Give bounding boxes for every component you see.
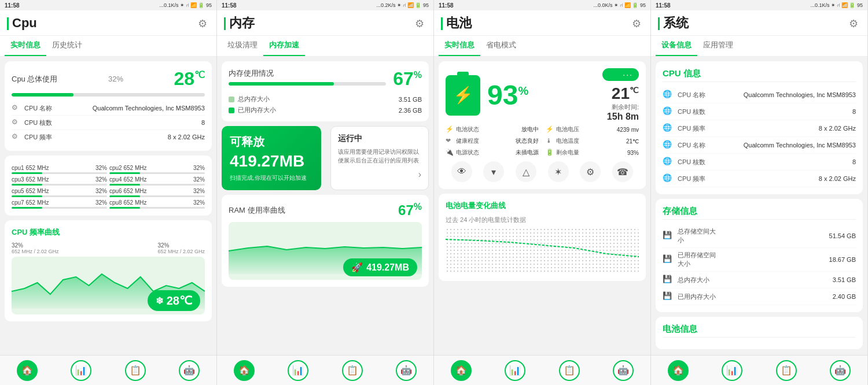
nav-list-1[interactable]: 📋 [125, 360, 146, 381]
batt-temp-item: 🌡 电池温度 21℃ [546, 137, 639, 145]
cpu-status-bar: 11:58 ...0.1K/s ✶ ⑁ 📶 🔋 95 [0, 0, 216, 10]
chart-label-left: 32% 652 MHz / 2.02 GHz [12, 242, 59, 254]
batt-settings-icon[interactable]: ⚙ [580, 161, 601, 182]
batt-status-item: ⚡ 电池状态 放电中 [446, 125, 539, 134]
sys-cpu-name-2-value: Qualcomm Technologies, Inc MSM8953 [718, 142, 856, 149]
sys-cpu-freq-1-value: 8 x 2.02 GHz [718, 125, 856, 132]
mem-usage-label: 内存使用情况 [229, 68, 386, 79]
mem-content: 内存使用情况 67% 总内存大小 3.51 GB 已用内存大小 2.36 GB [217, 57, 433, 355]
batt-status-label: 电池状态 [456, 125, 519, 134]
sys-total-storage: 💾 总存储空间大小 51.54 GB [663, 224, 856, 248]
cpu-content: Cpu 总体使用 32% 28℃ ⚙ CPU 名称 Qualcomm Techn… [0, 57, 216, 355]
sys-cpu-freq-2-label: CPU 频率 [678, 175, 718, 183]
tab-batt-realtime[interactable]: 实时信息 [439, 35, 480, 56]
mem-used-item: 已用内存大小 2.36 GB [229, 106, 422, 114]
nav-bot-2[interactable]: 🤖 [396, 360, 417, 381]
mem-title: 内存 [224, 14, 415, 32]
batt-pct: 93% [487, 80, 528, 110]
batt-health-item: ❤ 健康程度 状态良好 [446, 137, 539, 145]
cpu-title: Cpu [7, 16, 198, 31]
batt-wifi-icon[interactable]: ▾ [483, 161, 504, 182]
more-button[interactable]: ··· [602, 68, 639, 81]
batt-main-card: ⚡ 93% ··· 21℃ 剩余时间: 15h 8m ⚡ 电池状态 放电中 [439, 61, 646, 189]
sys-total-ram-label: 总内存大小 [678, 276, 718, 284]
batt-title-bar [441, 17, 443, 30]
batt-status-icons: ...0.0K/s ✶ ⑁ 📶 🔋 95 [593, 2, 646, 8]
batt-remain-value: 93% [627, 150, 639, 156]
cpu-bottom-nav: 🏠 📊 📋 🤖 [0, 355, 216, 385]
nav-home-4[interactable]: 🏠 [668, 360, 689, 381]
release-desc: 扫描完成,你现在可以开始加速 [230, 174, 313, 182]
mem-gear-icon[interactable]: ⚙ [415, 17, 426, 29]
sys-gear-icon[interactable]: ⚙ [849, 17, 860, 29]
sys-battery-title: 电池信息 [663, 324, 856, 338]
sys-used-ram-value: 2.40 GB [718, 293, 856, 300]
core-1: cpu1 652 MHz32% [12, 165, 107, 174]
cpu-gear-icon[interactable]: ⚙ [198, 17, 209, 29]
nav-chart-4[interactable]: 📊 [722, 360, 742, 381]
nav-bot-4[interactable]: 🤖 [830, 360, 851, 381]
batt-remain-label: 剩余电量 [556, 149, 625, 157]
batt-voltage-icon: ⚡ [546, 125, 554, 134]
nav-home-1[interactable]: 🏠 [17, 360, 38, 381]
cpu-temperature: 28℃ [174, 68, 205, 90]
sys-status-icons: ...0.1K/s ✶ ⑁ 📶 🔋 95 [810, 2, 863, 8]
nav-bot-1[interactable]: 🤖 [179, 360, 200, 381]
battery-panel: 11:58 ...0.0K/s ✶ ⑁ 📶 🔋 95 电池 ⚙ 实时信息 省电模… [434, 0, 651, 385]
tab-device-info[interactable]: 设备信息 [656, 35, 697, 56]
batt-content: ⚡ 93% ··· 21℃ 剩余时间: 15h 8m ⚡ 电池状态 放电中 [434, 57, 650, 355]
mem-total-dot [229, 97, 234, 102]
battery-icon: ⚡ [446, 75, 480, 116]
batt-temp-info-label: 电池温度 [556, 137, 624, 145]
tab-realtime[interactable]: 实时信息 [5, 35, 46, 56]
sys-status-bar: 11:58 ...0.1K/s ✶ ⑁ 📶 🔋 95 [651, 0, 867, 10]
cpu-progress-fill [12, 93, 73, 97]
batt-signal-icon[interactable]: △ [516, 161, 536, 182]
batt-power-label: 电源状态 [456, 149, 513, 157]
batt-gear-icon[interactable]: ⚙ [632, 17, 643, 29]
batt-health-value: 状态良好 [516, 137, 539, 145]
cpu-title-bar [7, 17, 9, 30]
tab-history[interactable]: 历史统计 [46, 35, 88, 56]
sys-cpu-name-2: 🌐 CPU 名称 Qualcomm Technologies, Inc MSM8… [663, 137, 856, 154]
nav-home-3[interactable]: 🏠 [451, 360, 472, 381]
mem-legend: 总内存大小 3.51 GB 已用内存大小 2.36 GB [229, 95, 422, 114]
sys-content: CPU 信息 🌐 CPU 名称 Qualcomm Technologies, I… [651, 57, 867, 355]
batt-power-value: 未插电源 [516, 149, 539, 157]
nav-bot-3[interactable]: 🤖 [613, 360, 634, 381]
batt-bt-icon[interactable]: ✶ [548, 161, 569, 182]
sys-cpu-cores-1-label: CPU 核数 [678, 108, 718, 116]
cpu-core-grid: cpu1 652 MHz32% cpu2 652 MHz32% cpu3 652… [12, 165, 205, 209]
batt-header: 电池 ⚙ [434, 10, 650, 36]
sys-cpu-cores-2-label: CPU 核数 [678, 158, 718, 166]
nav-list-2[interactable]: 📋 [342, 360, 363, 381]
tab-app-manage[interactable]: 应用管理 [697, 35, 739, 56]
cpu-freq-icon: ⚙ [12, 132, 21, 142]
batt-voltage-label: 电池电压 [556, 125, 615, 134]
cpu-temp-badge: ❄ 28℃ [148, 290, 200, 311]
ram-chart-label: RAM 使用率曲线 [229, 205, 285, 216]
nav-list-3[interactable]: 📋 [559, 360, 580, 381]
mem-release-card[interactable]: 可释放 419.27MB 扫描完成,你现在可以开始加速 [222, 126, 321, 190]
mem-used-value: 2.36 GB [399, 107, 422, 114]
cpu-freq-value: 8 x 2.02 GHz [168, 134, 205, 140]
nav-chart-3[interactable]: 📊 [505, 360, 525, 381]
sys-cpu-title: CPU 信息 [663, 68, 856, 82]
batt-temp-block: ··· 21℃ 剩余时间: 15h 8m [602, 68, 639, 122]
tab-trash[interactable]: 垃圾清理 [222, 35, 263, 56]
cpu-total-label: Cpu 总体使用 [12, 74, 57, 84]
nav-chart-2[interactable]: 📊 [288, 360, 308, 381]
batt-voltage-item: ⚡ 电池电压 4239 mv [546, 125, 639, 134]
core-7: cpu7 652 MHz32% [12, 199, 107, 209]
nav-home-2[interactable]: 🏠 [234, 360, 255, 381]
tab-mem-boost[interactable]: 内存加速 [263, 35, 305, 56]
running-desc: 该应用需要使用记录访问权限以便展示后台正在运行的应用列表 [338, 147, 421, 165]
batt-time: 11:58 [439, 2, 454, 9]
nav-list-4[interactable]: 📋 [776, 360, 797, 381]
running-arrow-icon[interactable]: › [338, 169, 421, 180]
nav-chart-1[interactable]: 📊 [71, 360, 91, 381]
batt-phone-icon[interactable]: ☎ [612, 161, 633, 182]
batt-eye-icon[interactable]: 👁 [451, 161, 472, 182]
sys-cpu-freq-2: 🌐 CPU 频率 8 x 2.02 GHz [663, 171, 856, 187]
tab-power-save[interactable]: 省电模式 [480, 35, 522, 56]
